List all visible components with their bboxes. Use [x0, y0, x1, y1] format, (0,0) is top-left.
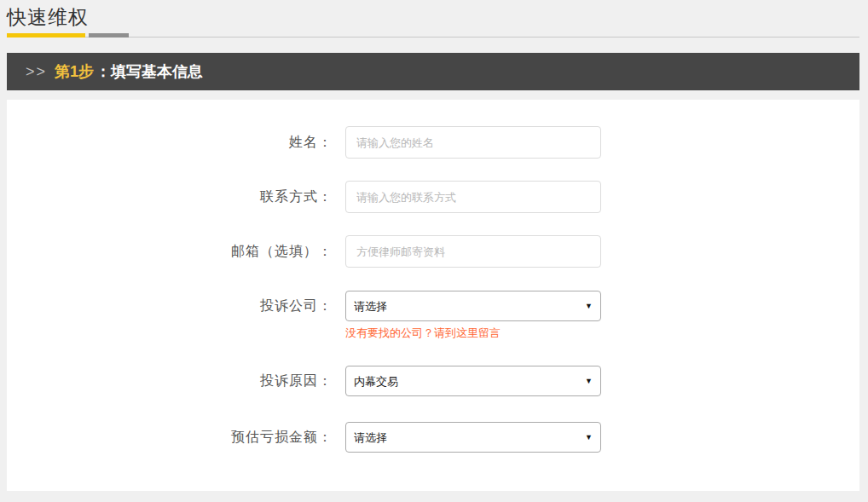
- page-title: 快速维权: [7, 5, 859, 29]
- contact-input[interactable]: [345, 181, 601, 213]
- form-row-contact: 联系方式：: [7, 181, 859, 213]
- form-panel: 姓名： 联系方式： 邮箱（选填）： 投诉公司： 请选择: [7, 100, 859, 491]
- email-label: 邮箱（选填）：: [7, 235, 345, 268]
- company-select[interactable]: 请选择: [345, 291, 601, 321]
- step-number: 第1步: [55, 63, 94, 80]
- form-row-reason: 投诉原因： 内幕交易 ▼: [7, 365, 859, 397]
- form-row-name: 姓名：: [7, 126, 859, 159]
- email-field[interactable]: [345, 235, 601, 268]
- title-underline-accent: [7, 33, 85, 38]
- title-baseline-rule: [7, 37, 859, 38]
- form-row-email: 邮箱（选填）：: [7, 235, 859, 268]
- step-header-bar: >>第1步：填写基本信息: [7, 53, 859, 90]
- contact-label: 联系方式：: [7, 181, 345, 213]
- title-underline-gray: [89, 33, 129, 38]
- reason-label: 投诉原因：: [7, 365, 345, 397]
- title-underline: [7, 32, 859, 38]
- name-input[interactable]: [345, 126, 601, 159]
- page: 快速维权 >>第1步：填写基本信息 姓名： 联系方式： 邮箱（选填）：: [0, 0, 868, 491]
- form-row-loss-amount: 预估亏损金额： 请选择 ▼: [7, 421, 859, 453]
- form-row-company: 投诉公司： 请选择 ▼ 没有要找的公司？请到这里留言: [7, 290, 859, 341]
- loss-amount-select[interactable]: 请选择: [345, 422, 601, 453]
- double-chevron-icon: >>: [26, 63, 47, 80]
- reason-select[interactable]: 内幕交易: [345, 366, 601, 396]
- name-label: 姓名：: [7, 126, 345, 159]
- loss-amount-label: 预估亏损金额：: [7, 421, 345, 453]
- step-separator: ：: [95, 63, 111, 80]
- step-title: 填写基本信息: [111, 63, 203, 80]
- company-label: 投诉公司：: [7, 290, 345, 322]
- title-block: 快速维权: [7, 0, 859, 38]
- company-feedback-link[interactable]: 没有要找的公司？请到这里留言: [345, 326, 501, 341]
